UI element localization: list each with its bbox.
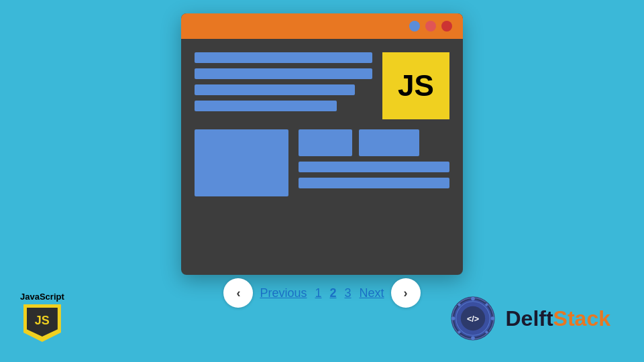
svg-point-21 (458, 304, 460, 306)
page-3-link[interactable]: 3 (342, 285, 354, 302)
window-dot-red (441, 21, 452, 32)
svg-point-15 (490, 316, 494, 320)
browser-titlebar (181, 13, 463, 39)
wide-bar-2 (299, 178, 449, 188)
small-block-1 (299, 129, 352, 156)
browser-window: JS (181, 13, 463, 275)
js-corner-logo: JavaScript JS (20, 292, 64, 342)
js-shield: JS (23, 304, 61, 342)
page-1-link[interactable]: 1 (312, 285, 324, 302)
prev-link[interactable]: Previous (257, 285, 309, 302)
content-bar-1 (195, 52, 372, 63)
next-arrow-button[interactable]: › (391, 278, 421, 308)
delftstack-name-part2: Stack (553, 306, 610, 330)
small-blocks-row (299, 129, 449, 156)
delftstack-logo: </> DelftStack (449, 295, 611, 342)
content-bar-2 (195, 68, 372, 79)
right-blocks (299, 129, 449, 196)
content-bar-3 (195, 84, 355, 95)
js-shield-inner: JS (27, 308, 58, 337)
svg-point-19 (485, 330, 488, 333)
delftstack-name: DelftStack (506, 306, 611, 331)
js-logo-text: JS (398, 69, 434, 103)
next-link[interactable]: Next (357, 285, 387, 302)
content-top-row: JS (195, 52, 449, 119)
svg-point-17 (451, 316, 455, 320)
svg-point-18 (485, 304, 488, 306)
js-shield-text: JS (35, 314, 50, 328)
svg-point-20 (458, 330, 460, 333)
content-bars (195, 52, 372, 111)
page-2-link[interactable]: 2 (327, 285, 339, 302)
js-corner-label: JavaScript (20, 292, 64, 302)
pagination-area: ‹ Previous 1 2 3 Next › (181, 278, 463, 308)
delftstack-name-part1: Delft (506, 306, 553, 330)
pagination-links: Previous 1 2 3 Next (257, 285, 386, 302)
prev-arrow-button[interactable]: ‹ (223, 278, 253, 308)
window-dot-red-light (425, 21, 436, 32)
big-block (195, 129, 288, 196)
content-bottom-row (195, 129, 449, 196)
svg-text:</>: </> (466, 314, 478, 324)
small-block-2 (359, 129, 419, 156)
window-dot-blue (409, 21, 420, 32)
browser-content: JS (181, 39, 463, 203)
content-bar-4 (195, 101, 337, 111)
delftstack-emblem: </> (449, 295, 496, 342)
svg-point-16 (471, 337, 475, 341)
svg-point-14 (471, 297, 475, 301)
js-logo-box: JS (382, 52, 449, 119)
wide-bar-1 (299, 162, 449, 172)
